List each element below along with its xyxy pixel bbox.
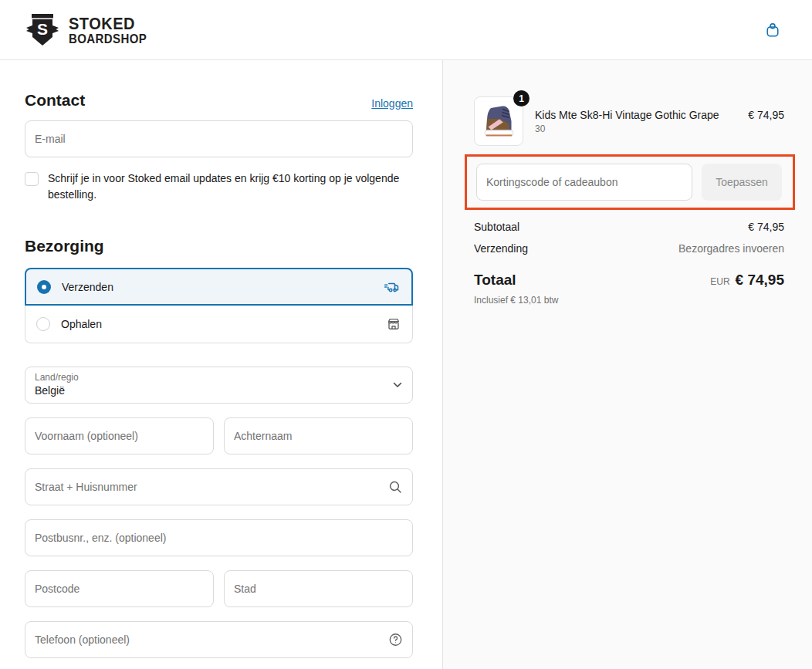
postcode-city-row xyxy=(25,570,413,607)
main-content: Contact Inloggen Schrijf je in voor Stok… xyxy=(0,60,812,669)
street-row xyxy=(25,468,413,505)
delivery-method-group: Verzenden xyxy=(25,268,413,343)
shield-logo-icon: S xyxy=(25,12,60,49)
product-text: Kids Mte Sk8-Hi Vintage Gothic Grape 30 xyxy=(535,108,740,135)
discount-code-input[interactable] xyxy=(476,164,692,201)
first-name-field-wrapper xyxy=(25,417,214,454)
header: S STOKED BOARDSHOP xyxy=(0,0,812,60)
sneaker-image xyxy=(479,103,518,139)
subtotal-row: Subtotaal € 74,95 xyxy=(474,221,784,233)
brand-line-2: BOARDSHOP xyxy=(69,32,147,46)
newsletter-checkbox[interactable] xyxy=(25,172,39,186)
contact-title: Contact xyxy=(25,91,85,110)
product-info: Kids Mte Sk8-Hi Vintage Gothic Grape 30 … xyxy=(535,108,784,135)
order-summary-column: 1 Kids Mte Sk8-Hi Vintage Gothic Grape 3… xyxy=(442,60,812,669)
contact-section-header: Contact Inloggen xyxy=(25,91,413,110)
chevron-down-icon xyxy=(393,382,402,388)
currency-code: EUR xyxy=(710,276,729,287)
email-input[interactable] xyxy=(25,120,413,157)
city-input[interactable] xyxy=(224,570,413,607)
po-box-row xyxy=(25,519,413,556)
quantity-badge: 1 xyxy=(513,90,529,106)
postcode-input[interactable] xyxy=(25,570,214,607)
street-field-wrapper xyxy=(25,468,413,505)
delivery-option-label: Verzenden xyxy=(62,281,373,293)
shipping-value: Bezorgadres invoeren xyxy=(678,242,784,255)
shipping-label: Verzending xyxy=(474,242,528,255)
country-select-label: Land/regio xyxy=(35,372,381,383)
phone-field-wrapper xyxy=(25,621,413,658)
street-input[interactable] xyxy=(25,468,413,505)
delivery-section: Bezorging Verzenden xyxy=(25,237,413,343)
postcode-field-wrapper xyxy=(25,570,214,607)
product-title: Kids Mte Sk8-Hi Vintage Gothic Grape xyxy=(535,108,740,123)
cart-line-item: 1 Kids Mte Sk8-Hi Vintage Gothic Grape 3… xyxy=(474,96,784,146)
storefront-icon xyxy=(386,316,401,332)
brand-line-1: STOKED xyxy=(69,14,147,31)
subtotal-label: Subtotaal xyxy=(474,221,519,233)
help-circle-icon[interactable] xyxy=(388,633,403,647)
phone-input[interactable] xyxy=(25,621,413,658)
total-value: € 74,95 xyxy=(736,272,784,289)
total-amount-group: EUR € 74,95 xyxy=(710,272,784,289)
last-name-input[interactable] xyxy=(224,417,413,454)
tax-note: Inclusief € 13,01 btw xyxy=(474,295,784,306)
checkout-page: S STOKED BOARDSHOP Contact Inloggen xyxy=(0,0,812,669)
delivery-title: Bezorging xyxy=(25,237,413,255)
radio-selected[interactable] xyxy=(37,280,51,294)
country-select-value: België xyxy=(35,383,381,397)
newsletter-label: Schrijf je in voor Stoked email updates … xyxy=(48,171,413,203)
discount-row: Toepassen xyxy=(476,164,782,201)
email-field-wrapper xyxy=(25,120,413,157)
cart-button[interactable] xyxy=(760,17,786,43)
checkout-form-column: Contact Inloggen Schrijf je in voor Stok… xyxy=(0,60,442,669)
delivery-option-label: Ophalen xyxy=(61,318,375,330)
shopping-bag-icon xyxy=(763,20,783,40)
product-thumbnail-wrapper: 1 xyxy=(474,96,523,146)
product-price: € 74,95 xyxy=(748,108,784,121)
delivery-option-shipping[interactable]: Verzenden xyxy=(25,268,413,306)
svg-text:S: S xyxy=(37,19,48,37)
newsletter-row: Schrijf je in voor Stoked email updates … xyxy=(25,171,413,203)
first-name-input[interactable] xyxy=(25,417,214,454)
total-row: Totaal EUR € 74,95 xyxy=(474,272,784,289)
login-link[interactable]: Inloggen xyxy=(371,97,413,110)
radio-unselected[interactable] xyxy=(36,317,50,331)
delivery-truck-icon xyxy=(384,280,401,294)
apply-discount-button[interactable]: Toepassen xyxy=(702,164,782,201)
country-select[interactable]: Land/regio België xyxy=(25,367,413,404)
totals-section: Subtotaal € 74,95 Verzending Bezorgadres… xyxy=(474,221,784,306)
delivery-option-pickup[interactable]: Ophalen xyxy=(25,306,413,343)
total-label: Totaal xyxy=(474,272,516,289)
last-name-field-wrapper xyxy=(224,417,413,454)
city-field-wrapper xyxy=(224,570,413,607)
shipping-row: Verzending Bezorgadres invoeren xyxy=(474,242,784,255)
store-name: STOKED BOARDSHOP xyxy=(69,14,147,45)
po-box-field-wrapper xyxy=(25,519,413,556)
address-form: Land/regio België xyxy=(25,367,413,658)
po-box-input[interactable] xyxy=(25,519,413,556)
name-row xyxy=(25,417,413,454)
discount-highlight-annotation: Toepassen xyxy=(465,154,795,210)
search-icon xyxy=(387,479,403,495)
phone-row xyxy=(25,621,413,658)
store-logo[interactable]: S STOKED BOARDSHOP xyxy=(25,12,147,49)
product-variant: 30 xyxy=(535,123,740,134)
subtotal-value: € 74,95 xyxy=(748,221,784,233)
